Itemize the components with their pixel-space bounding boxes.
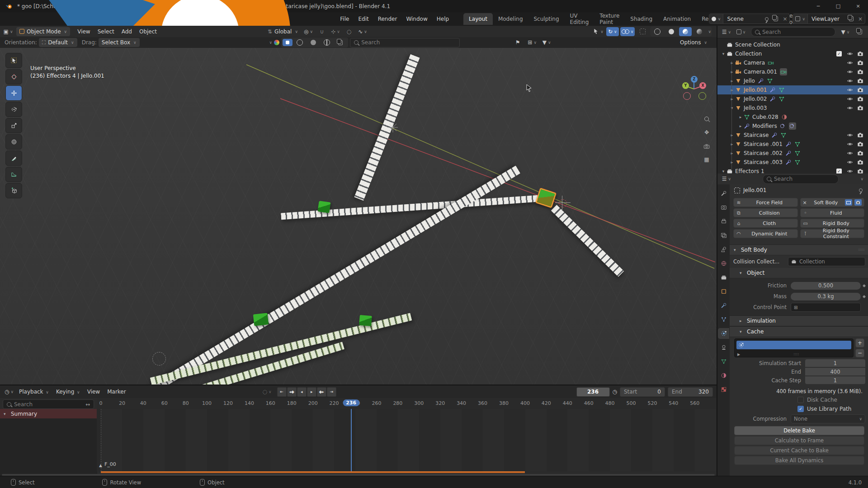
properties-options-chevron[interactable]: ∨ — [860, 177, 863, 181]
jello-cube[interactable] — [253, 313, 269, 326]
bake-button-calculate-to-frame[interactable]: Calculate to Frame — [734, 436, 864, 445]
hide-eye-icon[interactable] — [846, 150, 854, 156]
options-dropdown[interactable]: Options∨ — [677, 38, 710, 47]
object-subpanel-header[interactable]: ▾Object — [730, 268, 868, 278]
outliner-row[interactable]: ▸Modifiers — [717, 122, 868, 131]
chevron-right-icon[interactable]: ▸ — [737, 115, 744, 119]
chevron-right-icon[interactable]: ▸ — [729, 97, 735, 101]
stopwatch-icon[interactable]: ◷ — [613, 389, 617, 395]
disk-cache-checkbox[interactable] — [797, 397, 804, 403]
properties-tab-texture[interactable] — [718, 384, 729, 395]
new-collection-button[interactable] — [854, 28, 866, 37]
frame-start-field[interactable]: Start0 — [620, 387, 665, 397]
menu-edit[interactable]: Edit — [354, 14, 373, 24]
properties-tab-object[interactable] — [718, 286, 729, 297]
properties-tab-material[interactable] — [718, 370, 729, 381]
properties-search-input[interactable]: Search — [763, 174, 839, 184]
frame-end-field[interactable]: End320 — [668, 387, 713, 397]
outliner-display-mode-button[interactable]: ∨ — [735, 28, 747, 37]
properties-tab-output[interactable] — [718, 216, 729, 227]
new-scene-icon[interactable] — [771, 14, 780, 23]
current-frame-field[interactable]: 236 — [576, 387, 610, 397]
physics-button-force-field[interactable]: ≋ Force Field — [733, 198, 798, 207]
workspace-tab-layout[interactable]: Layout — [463, 13, 493, 25]
remove-icon[interactable]: × — [803, 200, 807, 206]
tool-search-input[interactable]: Search — [350, 38, 460, 47]
hide-eye-icon[interactable] — [846, 159, 854, 165]
hide-eye-icon[interactable] — [846, 51, 854, 57]
timeline-menu-view[interactable]: View — [84, 389, 104, 395]
disable-render-camera-icon[interactable] — [856, 168, 864, 174]
snapping-options-button[interactable]: ⊞∨ — [526, 38, 538, 47]
gizmos-toggle[interactable]: ↻∨ — [606, 27, 619, 36]
friction-field[interactable]: 0.500 — [791, 282, 861, 290]
outliner-row[interactable]: ▾Jello.003 — [717, 103, 868, 113]
viewport-canvas[interactable]: User Perspective (236) Effectors 4 | Jel… — [0, 48, 717, 385]
compression-dropdown[interactable]: None∨ — [791, 414, 865, 423]
camera-view-icon[interactable] — [702, 141, 712, 151]
outliner-item-label[interactable]: Effectors 1 — [735, 168, 764, 174]
outliner-row[interactable]: ▸Jello.002 — [717, 94, 868, 103]
outliner-item-label[interactable]: Staircase .002 — [744, 150, 783, 156]
editor-type-button[interactable]: ▣∨ — [2, 27, 14, 36]
chevron-right-icon[interactable]: ▸ — [737, 124, 744, 128]
outliner-row[interactable]: ▸Staircase .001 — [717, 140, 868, 149]
hide-eye-icon[interactable] — [846, 69, 854, 75]
timeline-search-input[interactable]: Search ↔ — [3, 399, 94, 409]
workspace-tab-sculpting[interactable]: Sculpting — [528, 13, 565, 25]
filter-button[interactable]: ▼∨ — [540, 38, 553, 47]
tool-transform[interactable] — [5, 134, 22, 150]
outliner-item-label[interactable]: Cube.028 — [752, 114, 778, 120]
menu-file[interactable]: File — [335, 14, 354, 24]
cache-list-box[interactable]: ▶ ∷∷ — [734, 338, 854, 357]
empty-effector-icon[interactable] — [387, 122, 399, 133]
slot-icon-3[interactable] — [307, 38, 320, 47]
workspace-tab-shading[interactable]: Shading — [625, 13, 658, 25]
cache-panel-header[interactable]: ▾Cache — [730, 326, 868, 337]
jump-to-end-button[interactable]: ⇥ — [327, 387, 336, 397]
material-preview-sphere-icon[interactable] — [274, 40, 279, 45]
outliner-row[interactable]: ▸Camera.001 — [717, 67, 868, 76]
axis-x-neg[interactable] — [683, 92, 691, 100]
next-keyframe-button[interactable]: ◆▸ — [317, 387, 326, 397]
physics-button-soft-body[interactable]: ×Soft Body — [800, 198, 865, 207]
auto-keying-toggle[interactable]: ◌∨ — [261, 387, 274, 396]
physics-button-cloth[interactable]: ⌂ Cloth — [733, 219, 798, 228]
hide-eye-icon[interactable] — [846, 87, 854, 93]
chevron-down-icon[interactable]: ▾ — [729, 106, 735, 110]
viewport-menu-add[interactable]: Add — [118, 28, 136, 35]
disable-render-camera-icon[interactable] — [856, 51, 864, 57]
tool-rotate[interactable] — [5, 102, 22, 117]
axis-x[interactable]: X — [699, 82, 706, 89]
unlink-scene-icon[interactable]: × — [780, 14, 789, 23]
playhead[interactable] — [351, 409, 352, 471]
remove-viewlayer-icon[interactable]: × — [856, 14, 865, 23]
orientation-dropdown[interactable]: ⛶Default∨ — [39, 38, 77, 47]
timeline-ruler[interactable]: 0204060801001201401601802002202402602803… — [97, 398, 717, 409]
shading-rendered-button[interactable] — [693, 27, 706, 36]
jello-cube[interactable] — [359, 315, 372, 326]
previous-keyframe-button[interactable]: ◂◆ — [287, 387, 297, 397]
chevron-right-icon[interactable]: ▸ — [729, 70, 735, 74]
softbody-render-toggle[interactable] — [854, 199, 862, 206]
tool-measure[interactable] — [5, 167, 22, 182]
outliner-row[interactable]: ▸Jello.001 — [717, 85, 868, 94]
outliner-search-input[interactable]: Search — [751, 27, 835, 37]
properties-tab-collection[interactable] — [718, 272, 729, 283]
disable-render-camera-icon[interactable] — [856, 150, 864, 156]
physics-button-rigid-body-constraint[interactable]: ⊺ Rigid Body Constraint — [800, 229, 865, 238]
simulation-panel-header[interactable]: ▸Simulation — [730, 315, 868, 326]
disable-render-camera-icon[interactable] — [856, 78, 864, 84]
new-viewlayer-icon[interactable] — [847, 14, 856, 23]
outliner-item-label[interactable]: Jello.003 — [744, 105, 767, 111]
properties-tab-modifiers[interactable] — [718, 300, 729, 311]
outliner-item-label[interactable]: Collection — [735, 51, 762, 57]
bake-button-bake-all-dynamics[interactable]: Bake All Dynamics — [734, 456, 864, 465]
hide-eye-icon[interactable] — [846, 105, 854, 111]
outliner-item-label[interactable]: Staircase .001 — [744, 141, 783, 147]
checkbox-icon[interactable]: ✓ — [835, 169, 843, 174]
tool-cursor[interactable] — [5, 69, 22, 84]
outliner-item-label[interactable]: Staircase — [744, 132, 769, 138]
disable-render-camera-icon[interactable] — [856, 69, 864, 75]
properties-tab-particles[interactable] — [718, 314, 729, 325]
